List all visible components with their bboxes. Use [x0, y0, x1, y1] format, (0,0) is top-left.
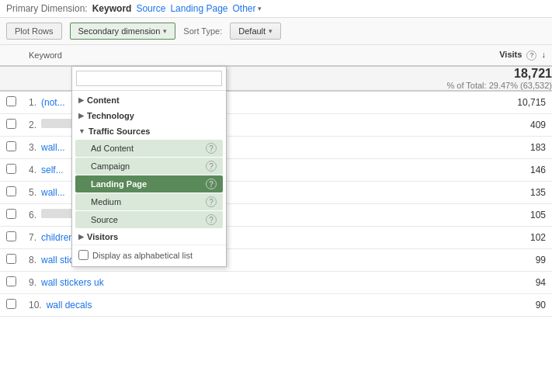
traffic-sources-items: Ad Content ? Campaign ? Landing Page ? M…: [72, 140, 226, 228]
row-visits-cell: 94: [299, 271, 552, 293]
row-checkbox-cell: [0, 226, 23, 248]
row-checkbox[interactable]: [6, 141, 16, 151]
row-checkbox[interactable]: [6, 164, 16, 174]
row-checkbox-cell: [0, 248, 23, 271]
row-checkbox-cell: [0, 293, 23, 316]
alphabetical-list-checkbox[interactable]: [78, 250, 89, 260]
dropdown-group-visitors[interactable]: ▶ Visitors: [72, 229, 226, 245]
other-chevron-icon: ▾: [258, 5, 262, 12]
dropdown-item-medium[interactable]: Medium ?: [75, 193, 223, 210]
row-visits-cell: 146: [299, 158, 552, 181]
row-checkbox-cell: [0, 271, 23, 293]
row-checkbox[interactable]: [6, 299, 16, 309]
primary-dimension-label: Primary Dimension:: [6, 3, 88, 14]
row-checkbox[interactable]: [6, 209, 16, 219]
row-keyword-link[interactable]: wall...: [41, 142, 65, 153]
row-checkbox-cell: [0, 113, 23, 136]
visits-help-icon[interactable]: ?: [526, 50, 536, 61]
dropdown-item-source[interactable]: Source ?: [75, 211, 223, 228]
row-rank: 10.: [29, 300, 42, 310]
row-visits-cell: 135: [299, 181, 552, 203]
row-keyword-link[interactable]: (not...: [41, 97, 65, 108]
row-checkbox[interactable]: [6, 254, 16, 264]
primary-dimension-other-dropdown[interactable]: Other ▾: [233, 3, 262, 14]
secondary-dimension-dropdown: ▶ Content ▶ Technology ▼ Traffic Sources…: [71, 66, 227, 267]
medium-help-icon[interactable]: ?: [206, 196, 217, 207]
dropdown-item-campaign[interactable]: Campaign ?: [75, 158, 223, 175]
row-keyword-link[interactable]: wall decals: [47, 300, 92, 310]
other-label: Other: [233, 3, 256, 14]
content-group-label: Content: [87, 95, 120, 105]
row-rank: 5.: [29, 187, 36, 198]
medium-label: Medium: [91, 197, 121, 206]
header-checkbox-cell: [0, 45, 23, 66]
plot-rows-button[interactable]: Plot Rows: [6, 23, 62, 40]
dropdown-search-container: [72, 67, 226, 91]
dropdown-section-content: ▶ Content ▶ Technology ▼ Traffic Sources…: [72, 91, 226, 266]
row-rank: 2.: [29, 120, 36, 130]
row-checkbox[interactable]: [6, 119, 16, 129]
campaign-help-icon[interactable]: ?: [206, 161, 217, 172]
row-checkbox-cell: [0, 203, 23, 226]
sort-default-label: Default: [238, 26, 266, 36]
row-checkbox[interactable]: [6, 276, 16, 286]
row-checkbox-cell: [0, 136, 23, 158]
row-keyword-cell: 9.wall stickers uk: [23, 271, 299, 293]
dropdown-group-technology[interactable]: ▶ Technology: [72, 108, 226, 123]
source-help-icon[interactable]: ?: [206, 214, 217, 225]
dropdown-item-ad-content[interactable]: Ad Content ?: [75, 140, 223, 157]
row-rank: 4.: [29, 165, 36, 175]
header-keyword: Keyword: [23, 45, 299, 66]
row-keyword-link[interactable]: wall stickers uk: [41, 277, 104, 288]
dropdown-item-landing-page[interactable]: Landing Page ?: [75, 175, 223, 193]
primary-dimension-source-link[interactable]: Source: [136, 3, 165, 14]
row-visits-cell: 102: [299, 226, 552, 248]
campaign-label: Campaign: [91, 161, 130, 171]
sort-default-button[interactable]: Default ▾: [230, 23, 281, 40]
traffic-sources-triangle-icon: ▼: [78, 127, 85, 135]
content-triangle-icon: ▶: [78, 96, 84, 104]
technology-group-label: Technology: [87, 111, 134, 120]
row-keyword-link[interactable]: self...: [41, 165, 64, 175]
table-row: 9.wall stickers uk94: [0, 271, 552, 293]
row-rank: 9.: [29, 277, 36, 288]
row-keyword-cell: 10.wall decals: [23, 293, 299, 316]
ad-content-label: Ad Content: [91, 144, 134, 153]
visitors-triangle-icon: ▶: [78, 233, 84, 241]
total-value-cell: 18,721 % of Total: 29.47% (63,532): [299, 66, 552, 91]
row-checkbox-cell: [0, 91, 23, 114]
row-checkbox[interactable]: [6, 186, 16, 196]
source-label: Source: [91, 215, 118, 224]
row-rank: 7.: [29, 232, 36, 243]
table-row: 10.wall decals90: [0, 293, 552, 316]
total-visits-value: 18,721: [299, 67, 552, 81]
technology-triangle-icon: ▶: [78, 112, 84, 120]
secondary-dimension-button[interactable]: Secondary dimension ▾: [70, 23, 176, 40]
sort-arrow-icon: ↓: [542, 50, 547, 59]
primary-dimension-bar: Primary Dimension: Keyword Source Landin…: [0, 0, 552, 18]
dropdown-group-content[interactable]: ▶ Content: [72, 92, 226, 108]
keyword-column-label: Keyword: [29, 50, 62, 60]
traffic-sources-group-label: Traffic Sources: [89, 127, 150, 136]
sort-default-chevron-icon: ▾: [269, 27, 273, 35]
landing-page-help-icon[interactable]: ?: [206, 179, 217, 189]
row-visits-cell: 90: [299, 293, 552, 316]
row-visits-cell: 409: [299, 113, 552, 136]
secondary-dim-chevron-icon: ▾: [163, 27, 167, 35]
dropdown-search-input[interactable]: [76, 71, 222, 86]
visits-column-label: Visits: [499, 50, 522, 59]
landing-page-label: Landing Page: [91, 179, 147, 189]
ad-content-help-icon[interactable]: ?: [206, 143, 217, 154]
primary-dimension-landing-page-link[interactable]: Landing Page: [170, 3, 227, 14]
dropdown-group-traffic-sources[interactable]: ▼ Traffic Sources: [72, 123, 226, 139]
header-visits[interactable]: Visits ? ↓: [299, 45, 552, 66]
row-checkbox-cell: [0, 158, 23, 181]
row-rank: 6.: [29, 210, 36, 220]
row-checkbox[interactable]: [6, 231, 16, 241]
total-checkbox-cell: [0, 66, 23, 91]
row-checkbox[interactable]: [6, 96, 16, 106]
row-visits-cell: 10,715: [299, 91, 552, 114]
row-rank: 3.: [29, 142, 36, 153]
row-keyword-link[interactable]: wall...: [41, 187, 65, 198]
secondary-dimension-label: Secondary dimension: [78, 26, 161, 36]
